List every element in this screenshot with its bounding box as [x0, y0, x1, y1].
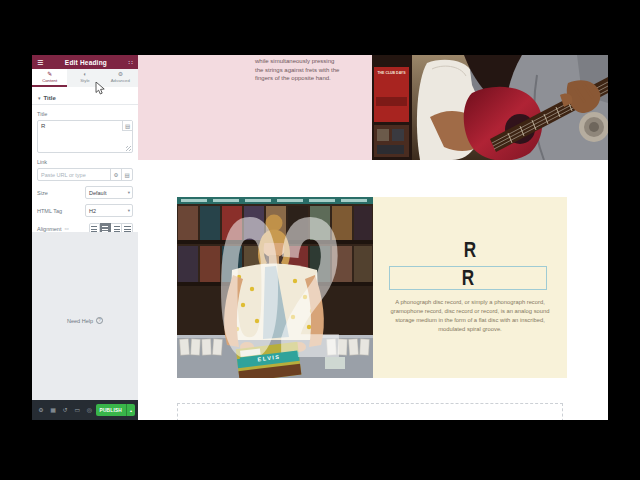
record-store-image[interactable]: 02 ELVIS: [177, 197, 373, 378]
selected-heading-widget[interactable]: R: [389, 266, 547, 290]
dynamic-tags-icon[interactable]: ▤: [122, 121, 132, 131]
next-section-number: 03: [216, 417, 523, 420]
html-tag-field-label: HTML Tag: [37, 208, 85, 214]
html-tag-select[interactable]: H2 ▾: [85, 204, 133, 217]
size-select[interactable]: Default ▾: [85, 186, 133, 199]
club-poster-text: THE CLUB DAYS: [375, 71, 408, 75]
help-area: Need Help ?: [32, 232, 138, 400]
settings-icon[interactable]: ⚙: [35, 407, 47, 413]
elementor-panel: ☰ Edit Heading ∷ ✎ Content ◐ Style ⚙ Adv…: [32, 55, 138, 420]
contrast-icon: ◐: [83, 71, 87, 77]
screen: ☰ Edit Heading ∷ ✎ Content ◐ Style ⚙ Adv…: [0, 0, 640, 480]
link-dynamic-tags-icon[interactable]: ▤: [121, 169, 132, 180]
panel-controls: Title R ▤ Link Paste URL or type ⚙ ▤ Siz…: [32, 105, 138, 235]
tab-content[interactable]: ✎ Content: [32, 69, 67, 87]
hamburger-menu-icon[interactable]: ☰: [37, 59, 43, 66]
size-field-label: Size: [37, 190, 85, 196]
title-value: R: [41, 123, 45, 129]
pencil-icon: ✎: [47, 71, 52, 77]
page-preview: while simultaneously pressing the string…: [138, 55, 608, 420]
link-placeholder: Paste URL or type: [38, 172, 110, 178]
chevron-down-icon: ▾: [128, 190, 130, 195]
record-paragraph[interactable]: A phonograph disc record, or simply a ph…: [381, 298, 559, 334]
align-left-icon: [91, 226, 97, 232]
panel-title: Edit Heading: [65, 59, 107, 66]
selected-heading-text: R: [462, 267, 474, 289]
next-section-outline[interactable]: 03: [177, 403, 563, 420]
resize-grip[interactable]: [126, 146, 131, 151]
chevron-down-icon: ▾: [128, 208, 130, 213]
link-options-gear-icon[interactable]: ⚙: [110, 169, 121, 180]
publish-options-caret[interactable]: ▴: [126, 404, 135, 416]
history-icon[interactable]: ↺: [59, 407, 71, 413]
align-right-icon: [114, 226, 120, 232]
desktop-device-icon[interactable]: ▭: [64, 226, 68, 231]
preview-eye-icon[interactable]: ◎: [83, 407, 95, 413]
guitar-player-image[interactable]: THE CLUB DAYS: [372, 55, 608, 160]
panel-footer-toolbar: ⚙ ▦ ↺ ▭ ◎ PUBLISH ▴: [32, 400, 138, 420]
guitar-section-pink-column[interactable]: while simultaneously pressing the string…: [138, 55, 372, 160]
link-input[interactable]: Paste URL or type ⚙ ▤: [37, 168, 133, 181]
gear-icon: ⚙: [118, 71, 123, 77]
responsive-mode-icon[interactable]: ▭: [71, 407, 83, 413]
align-justify-icon: [124, 226, 131, 232]
align-center-icon: [102, 226, 108, 232]
title-field-label: Title: [37, 111, 133, 117]
mouse-cursor: [95, 82, 105, 95]
guitar-paragraph[interactable]: while simultaneously pressing the string…: [255, 57, 345, 83]
panel-header: ☰ Edit Heading ∷: [32, 55, 138, 69]
widgets-grid-icon[interactable]: ∷: [129, 59, 133, 66]
title-textarea[interactable]: R ▤: [37, 120, 133, 153]
title-section-header[interactable]: ▾ Title: [32, 92, 138, 105]
tab-advanced[interactable]: ⚙ Advanced: [103, 69, 138, 87]
section-number-overlay: 02: [216, 208, 334, 368]
chevron-down-icon: ▾: [38, 95, 41, 101]
record-section-cream-column[interactable]: R R A phonograph disc record, or simply …: [373, 197, 567, 378]
need-help-link[interactable]: Need Help ?: [67, 241, 103, 400]
publish-button[interactable]: PUBLISH ▴: [96, 404, 135, 416]
alignment-field-label: Alignment ▭: [37, 226, 89, 232]
navigator-icon[interactable]: ▦: [47, 407, 59, 413]
record-heading[interactable]: R: [394, 239, 545, 261]
help-circle-icon: ?: [96, 317, 103, 324]
panel-tabs: ✎ Content ◐ Style ⚙ Advanced: [32, 69, 138, 87]
link-field-label: Link: [37, 159, 133, 165]
